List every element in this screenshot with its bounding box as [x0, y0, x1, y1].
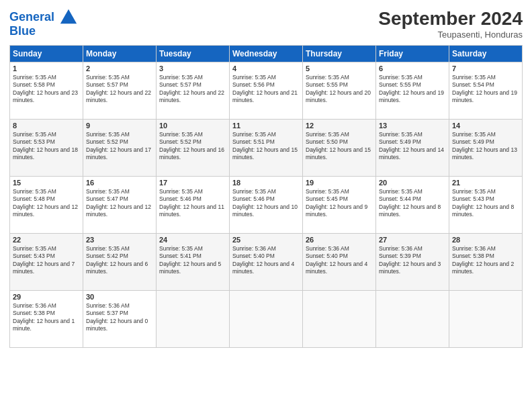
day-number: 24 [159, 236, 226, 244]
calendar-cell: 17 Sunrise: 5:35 AMSunset: 5:46 PMDaylig… [157, 177, 230, 234]
day-number: 16 [86, 179, 153, 187]
title-block: September 2024 Teupasenti, Honduras [378, 8, 523, 40]
calendar-cell: 9 Sunrise: 5:35 AMSunset: 5:52 PMDayligh… [83, 120, 157, 177]
day-info: Sunrise: 5:35 AMSunset: 5:52 PMDaylight:… [86, 131, 153, 162]
calendar-cell: 11 Sunrise: 5:35 AMSunset: 5:51 PMDaylig… [230, 120, 303, 177]
calendar-cell: 16 Sunrise: 5:35 AMSunset: 5:47 PMDaylig… [83, 177, 157, 234]
calendar-week-4: 22 Sunrise: 5:35 AMSunset: 5:43 PMDaylig… [10, 234, 523, 291]
calendar-cell: 18 Sunrise: 5:35 AMSunset: 5:46 PMDaylig… [230, 177, 303, 234]
day-number: 14 [452, 122, 519, 130]
day-info: Sunrise: 5:35 AMSunset: 5:55 PMDaylight:… [306, 74, 373, 105]
col-sunday: Sunday [10, 46, 83, 62]
day-info: Sunrise: 5:35 AMSunset: 5:45 PMDaylight:… [306, 188, 373, 219]
calendar-cell: 23 Sunrise: 5:35 AMSunset: 5:42 PMDaylig… [83, 234, 157, 291]
day-info: Sunrise: 5:36 AMSunset: 5:40 PMDaylight:… [306, 245, 373, 276]
day-number: 20 [379, 179, 446, 187]
calendar-cell: 8 Sunrise: 5:35 AMSunset: 5:53 PMDayligh… [10, 120, 83, 177]
day-number: 30 [86, 293, 153, 301]
calendar-cell: 1 Sunrise: 5:35 AMSunset: 5:58 PMDayligh… [10, 62, 83, 120]
day-number: 2 [86, 64, 153, 73]
calendar-cell: 24 Sunrise: 5:35 AMSunset: 5:41 PMDaylig… [157, 234, 230, 291]
day-info: Sunrise: 5:35 AMSunset: 5:57 PMDaylight:… [86, 74, 153, 105]
day-number: 19 [306, 179, 373, 187]
calendar-week-2: 8 Sunrise: 5:35 AMSunset: 5:53 PMDayligh… [10, 120, 523, 177]
calendar-cell: 12 Sunrise: 5:35 AMSunset: 5:50 PMDaylig… [303, 120, 376, 177]
logo: General Blue [9, 8, 78, 38]
calendar-cell: 22 Sunrise: 5:35 AMSunset: 5:43 PMDaylig… [10, 234, 83, 291]
calendar-cell: 28 Sunrise: 5:36 AMSunset: 5:38 PMDaylig… [449, 234, 523, 291]
day-info: Sunrise: 5:35 AMSunset: 5:51 PMDaylight:… [232, 131, 300, 162]
month-title: September 2024 [378, 8, 523, 30]
col-friday: Friday [376, 46, 449, 62]
calendar-week-3: 15 Sunrise: 5:35 AMSunset: 5:48 PMDaylig… [10, 177, 523, 234]
day-number: 26 [306, 236, 373, 244]
calendar-cell [303, 291, 376, 348]
day-number: 22 [13, 236, 80, 244]
calendar-cell: 3 Sunrise: 5:35 AMSunset: 5:57 PMDayligh… [157, 62, 230, 120]
day-info: Sunrise: 5:35 AMSunset: 5:41 PMDaylight:… [159, 245, 226, 276]
calendar-cell: 2 Sunrise: 5:35 AMSunset: 5:57 PMDayligh… [83, 62, 157, 120]
day-number: 11 [232, 122, 300, 130]
svg-marker-0 [60, 9, 77, 24]
day-info: Sunrise: 5:36 AMSunset: 5:39 PMDaylight:… [379, 245, 446, 276]
day-info: Sunrise: 5:35 AMSunset: 5:46 PMDaylight:… [159, 188, 226, 219]
day-number: 4 [232, 64, 300, 73]
day-number: 6 [379, 64, 446, 73]
calendar-week-5: 29 Sunrise: 5:36 AMSunset: 5:38 PMDaylig… [10, 291, 523, 348]
day-info: Sunrise: 5:35 AMSunset: 5:47 PMDaylight:… [86, 188, 153, 219]
day-info: Sunrise: 5:35 AMSunset: 5:56 PMDaylight:… [232, 74, 300, 105]
day-info: Sunrise: 5:35 AMSunset: 5:44 PMDaylight:… [379, 188, 446, 219]
calendar-cell: 15 Sunrise: 5:35 AMSunset: 5:48 PMDaylig… [10, 177, 83, 234]
calendar-cell: 14 Sunrise: 5:35 AMSunset: 5:49 PMDaylig… [449, 120, 523, 177]
day-number: 21 [452, 179, 519, 187]
day-number: 29 [13, 293, 80, 301]
calendar-cell: 7 Sunrise: 5:35 AMSunset: 5:54 PMDayligh… [449, 62, 523, 120]
day-number: 1 [13, 64, 80, 73]
calendar-cell: 20 Sunrise: 5:35 AMSunset: 5:44 PMDaylig… [376, 177, 449, 234]
calendar-header-row: Sunday Monday Tuesday Wednesday Thursday… [10, 46, 523, 62]
col-saturday: Saturday [449, 46, 523, 62]
location: Teupasenti, Honduras [378, 30, 523, 40]
col-monday: Monday [83, 46, 157, 62]
day-info: Sunrise: 5:35 AMSunset: 5:55 PMDaylight:… [379, 74, 446, 105]
calendar-week-1: 1 Sunrise: 5:35 AMSunset: 5:58 PMDayligh… [10, 62, 523, 120]
calendar-cell: 30 Sunrise: 5:36 AMSunset: 5:37 PMDaylig… [83, 291, 157, 348]
day-number: 10 [159, 122, 226, 130]
col-thursday: Thursday [303, 46, 376, 62]
day-number: 25 [232, 236, 300, 244]
calendar-cell: 5 Sunrise: 5:35 AMSunset: 5:55 PMDayligh… [303, 62, 376, 120]
col-tuesday: Tuesday [157, 46, 230, 62]
calendar-cell: 19 Sunrise: 5:35 AMSunset: 5:45 PMDaylig… [303, 177, 376, 234]
page-header: General Blue September 2024 Teupasenti, … [9, 8, 523, 40]
day-number: 17 [159, 179, 226, 187]
day-number: 18 [232, 179, 300, 187]
calendar-cell: 27 Sunrise: 5:36 AMSunset: 5:39 PMDaylig… [376, 234, 449, 291]
calendar-cell [230, 291, 303, 348]
day-number: 5 [306, 64, 373, 73]
calendar-cell: 10 Sunrise: 5:35 AMSunset: 5:52 PMDaylig… [157, 120, 230, 177]
day-info: Sunrise: 5:36 AMSunset: 5:40 PMDaylight:… [232, 245, 300, 276]
day-number: 27 [379, 236, 446, 244]
day-info: Sunrise: 5:35 AMSunset: 5:48 PMDaylight:… [13, 188, 80, 219]
calendar-table: Sunday Monday Tuesday Wednesday Thursday… [9, 45, 523, 348]
calendar-cell: 26 Sunrise: 5:36 AMSunset: 5:40 PMDaylig… [303, 234, 376, 291]
calendar-cell: 29 Sunrise: 5:36 AMSunset: 5:38 PMDaylig… [10, 291, 83, 348]
calendar-cell: 21 Sunrise: 5:35 AMSunset: 5:43 PMDaylig… [449, 177, 523, 234]
day-info: Sunrise: 5:35 AMSunset: 5:58 PMDaylight:… [13, 74, 80, 105]
calendar-cell [157, 291, 230, 348]
calendar-cell: 4 Sunrise: 5:35 AMSunset: 5:56 PMDayligh… [230, 62, 303, 120]
calendar-cell [449, 291, 523, 348]
day-info: Sunrise: 5:35 AMSunset: 5:42 PMDaylight:… [86, 245, 153, 276]
day-number: 7 [452, 64, 519, 73]
day-number: 28 [452, 236, 519, 244]
calendar-cell [376, 291, 449, 348]
col-wednesday: Wednesday [230, 46, 303, 62]
day-info: Sunrise: 5:35 AMSunset: 5:46 PMDaylight:… [232, 188, 300, 219]
day-number: 12 [306, 122, 373, 130]
day-info: Sunrise: 5:36 AMSunset: 5:38 PMDaylight:… [13, 302, 80, 333]
day-info: Sunrise: 5:35 AMSunset: 5:43 PMDaylight:… [452, 188, 519, 219]
calendar-cell: 6 Sunrise: 5:35 AMSunset: 5:55 PMDayligh… [376, 62, 449, 120]
day-info: Sunrise: 5:35 AMSunset: 5:52 PMDaylight:… [159, 131, 226, 162]
day-info: Sunrise: 5:35 AMSunset: 5:43 PMDaylight:… [13, 245, 80, 276]
calendar-cell: 25 Sunrise: 5:36 AMSunset: 5:40 PMDaylig… [230, 234, 303, 291]
